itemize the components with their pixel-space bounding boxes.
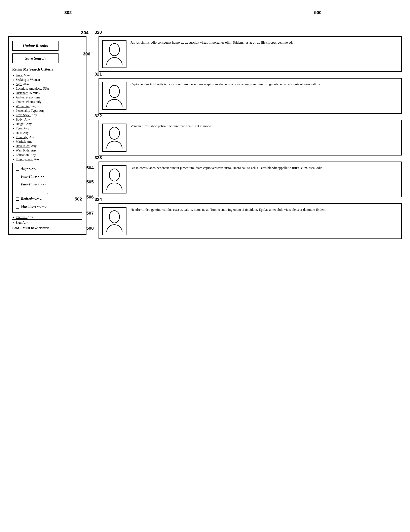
avatar-323 (102, 165, 127, 193)
label-324: 324 (95, 197, 102, 202)
criteria-value-body: Any (24, 118, 30, 121)
criteria-value-wantkids: Any (31, 149, 37, 152)
criteria-label-havekids[interactable]: Have Kids: (16, 144, 30, 148)
criteria-label-age[interactable]: Age: (16, 82, 22, 86)
criteria-label-employment[interactable]: Employment: (16, 158, 33, 161)
criteria-label-education[interactable]: Education: (16, 153, 29, 157)
criteria-item-personality[interactable]: ► Personality Type: Any (12, 109, 82, 113)
criteria-value-seeking: Woman (30, 78, 40, 82)
criteria-label-ima[interactable]: I'm a: (16, 74, 23, 77)
avatar-shoulders (106, 99, 122, 107)
criteria-item-active[interactable]: ► Active: at any time (12, 96, 82, 99)
criteria-label-wantkids[interactable]: Want Kids: (16, 149, 30, 152)
checkbox-parttime[interactable] (16, 183, 19, 186)
wavy-decoration (27, 167, 37, 170)
arrow-right-icon: ► (12, 92, 15, 95)
employment-label-musthave: Must have (21, 205, 37, 209)
criteria-item-education[interactable]: ► Education: Any (12, 153, 82, 157)
label-500: 500 (314, 10, 322, 15)
checkbox-musthave[interactable] (16, 205, 19, 209)
criteria-value-sign: Any (22, 221, 28, 224)
label-320: 320 (95, 30, 102, 35)
criteria-label-seeking[interactable]: Seeking a: (16, 78, 29, 82)
result-card-324: Hendrerit ideo gemino validus esca et, s… (98, 203, 402, 239)
criteria-label-height[interactable]: Height: (16, 122, 25, 126)
card-text-323: Bis in comis iaceo hendrerit huic ut jum… (130, 165, 398, 193)
arrow-right-icon: ► (12, 149, 15, 152)
criteria-value-marital: Any (27, 140, 32, 143)
employment-option-any[interactable]: Any (16, 167, 79, 171)
avatar-320 (102, 40, 127, 68)
criteria-item-photos[interactable]: ► Photos: Photos only (12, 100, 82, 104)
criteria-label-hair[interactable]: Hair: (16, 131, 22, 135)
label-502: 502 (75, 197, 82, 202)
checkbox-retired[interactable] (16, 197, 19, 201)
criteria-item-interests[interactable]: ► Interests: Any (12, 215, 82, 219)
criteria-item-hair[interactable]: ► Hair: Any (12, 131, 82, 135)
criteria-item-wantkids[interactable]: ► Want Kids: Any (12, 149, 82, 152)
criteria-list: ► I'm a: Man ► Seeking a: Woman ► Age: 2… (12, 74, 82, 161)
criteria-value-personality: Any (39, 109, 45, 113)
criteria-label-eyes[interactable]: Eyes: (16, 127, 23, 130)
employment-label-retired: Retired (21, 197, 32, 201)
criteria-item-written[interactable]: ► Written in: English (12, 104, 82, 108)
card-text-322: Veniam turpis abdo patria tincidunt fere… (130, 124, 398, 152)
avatar-head (109, 210, 120, 223)
criteria-item-seeking[interactable]: ► Seeking a: Woman (12, 78, 82, 82)
criteria-item-location[interactable]: ► Location: Anyplace, USA (12, 87, 82, 90)
checkbox-any[interactable] (16, 167, 19, 171)
arrow-right-icon: ► (12, 105, 15, 108)
wavy-decoration (37, 205, 47, 208)
criteria-label-personality[interactable]: Personality Type: (16, 109, 38, 113)
criteria-item-body[interactable]: ► Body: Any (12, 118, 82, 121)
update-results-button[interactable]: Update Results (12, 41, 59, 51)
arrow-right-icon: ► (12, 127, 15, 130)
criteria-label-active[interactable]: Active: (16, 96, 25, 99)
criteria-label-sign[interactable]: Sign: (16, 221, 22, 224)
employment-option-musthave[interactable]: Must have (16, 205, 79, 209)
label-321: 321 (95, 72, 102, 77)
criteria-label-location[interactable]: Location: (16, 87, 28, 90)
right-panel: 320 Jus jus similis odio consequat humo … (98, 36, 402, 239)
arrow-down-icon: ▼ (12, 158, 15, 161)
card-text-321: Capto hendrerit lobortis typicus nonummy… (130, 82, 398, 110)
bold-note: Bold – Must have criteria (12, 226, 82, 230)
label-302: 302 (64, 10, 72, 15)
arrow-right-icon: ► (12, 145, 15, 148)
criteria-item-ima[interactable]: ► I'm a: Man (12, 74, 82, 77)
criteria-item-havekids[interactable]: ► Have Kids: Any (12, 144, 82, 148)
employment-label-parttime: Part-Time (21, 182, 36, 186)
criteria-label-lovestyle[interactable]: Love Style: (16, 113, 30, 117)
employment-option-parttime[interactable]: Part-Time (16, 182, 79, 186)
criteria-label-marital[interactable]: Marital: (16, 140, 26, 143)
arrow-right-icon: ► (12, 100, 15, 104)
criteria-label-written[interactable]: Written in: (16, 104, 29, 108)
criteria-item-employment[interactable]: ▼ Employment: Any (12, 158, 82, 161)
criteria-item-ethnicity[interactable]: ► Ethnicity: Any (12, 135, 82, 139)
criteria-item-eyes[interactable]: ► Eyes: Any (12, 127, 82, 130)
employment-option-retired[interactable]: Retired (16, 197, 79, 201)
criteria-item-lovestyle[interactable]: ► Love Style: Any (12, 113, 82, 117)
criteria-label-distance[interactable]: Distance: (16, 91, 28, 95)
criteria-item-age[interactable]: ► Age: 20-40 (12, 82, 82, 86)
result-card-323: Bis in comis iaceo hendrerit huic ut jum… (98, 162, 402, 197)
criteria-label-body[interactable]: Body: (16, 118, 24, 121)
criteria-label-photos[interactable]: Photos: (16, 100, 25, 104)
result-card-321: Capto hendrerit lobortis typicus nonummy… (98, 78, 402, 114)
criteria-value-ethnicity: Any (29, 135, 35, 139)
criteria-value-height: Any (26, 122, 32, 126)
label-306: 306 (83, 51, 90, 57)
criteria-item-distance[interactable]: ► Distance: 25 miles (12, 91, 82, 95)
arrow-right-icon: ► (12, 136, 15, 139)
criteria-item-sign[interactable]: ► Sign: Any (12, 221, 82, 224)
criteria-label-interests[interactable]: Interests: (16, 215, 28, 219)
left-panel: Update Results 306 Save Search Refine My… (8, 36, 87, 235)
save-search-button[interactable]: Save Search (12, 53, 59, 63)
employment-option-fulltime[interactable]: Full-Time (16, 174, 79, 179)
checkbox-fulltime[interactable] (16, 175, 19, 178)
arrow-right-icon: ► (12, 216, 15, 219)
criteria-item-marital[interactable]: ► Marital: Any (12, 140, 82, 143)
criteria-value-ima: Man (24, 74, 29, 77)
criteria-label-ethnicity[interactable]: Ethnicity: (16, 135, 28, 139)
criteria-item-height[interactable]: ► Height: Any (12, 122, 82, 126)
